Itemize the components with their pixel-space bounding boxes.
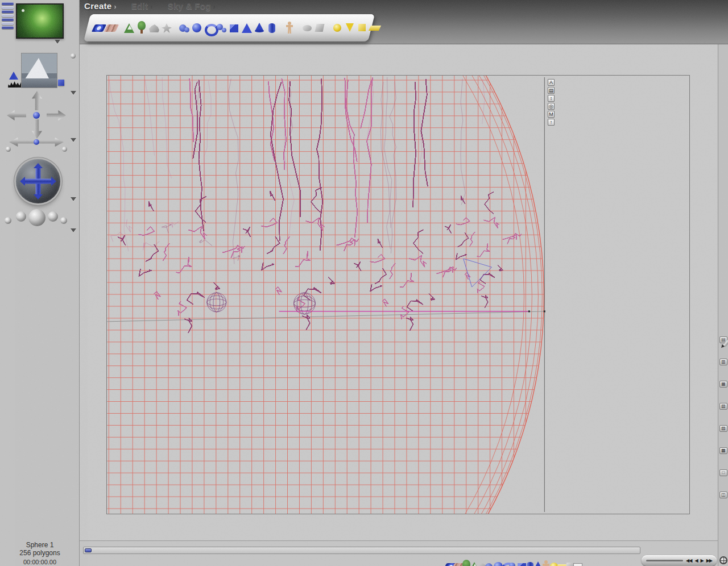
resize-button[interactable]: ↕ [548, 95, 555, 102]
nav-arrow-down-icon[interactable] [32, 119, 42, 139]
preview-mode-bar-1[interactable] [2, 2, 14, 5]
globe-icon[interactable] [719, 556, 727, 564]
mini-water-icon[interactable] [444, 556, 452, 566]
nav-center-ball[interactable] [33, 112, 40, 119]
polygon-count: 256 polygons [0, 549, 80, 557]
preview-sphere-5[interactable] [60, 217, 67, 224]
ground-plane-icon[interactable] [105, 17, 118, 38]
mini-rock-icon[interactable] [476, 556, 483, 566]
layers-tool-icon[interactable]: ▥ [719, 359, 727, 365]
preview-mode-bar-7[interactable] [2, 26, 14, 29]
rewind-button[interactable]: ◀◀ [686, 559, 692, 563]
scene-preview-thumbnail[interactable] [16, 3, 64, 39]
render-region-tool-icon[interactable]: ▧ [719, 403, 727, 410]
right-tool-strip: ▤ ▥ ▦ ▧ ▨ ▩ □ ◫ [718, 44, 728, 566]
step-back-button[interactable]: ◀ [694, 559, 697, 563]
grid-tool-icon[interactable]: ▦ [719, 381, 727, 388]
mini-sphere-icon[interactable] [492, 556, 499, 566]
mini-cube-icon[interactable] [516, 556, 523, 566]
square-spot-light-icon[interactable] [356, 17, 369, 38]
symmetrical-lattice-icon[interactable] [160, 17, 173, 38]
h-scrollbar[interactable] [83, 547, 640, 554]
menu-create[interactable]: Create › [84, 1, 117, 11]
mini-terrain-icon[interactable] [468, 556, 475, 566]
water-plane-icon[interactable] [93, 17, 105, 38]
h-scrollbar-thumb[interactable] [85, 548, 92, 552]
thumbnail-options-triangle[interactable] [55, 40, 60, 44]
preview-mode-bar-5[interactable] [2, 18, 14, 21]
texture-tool-icon[interactable]: ▨ [719, 425, 727, 432]
rotate-button[interactable]: ◎ [548, 103, 555, 110]
terrain-icon[interactable] [123, 17, 135, 38]
multi-sphere-icon[interactable] [216, 17, 228, 38]
nano-edit-pencil-icon[interactable] [719, 338, 728, 350]
wireframe-frame[interactable] [106, 75, 690, 514]
terrain-expander-triangle[interactable] [71, 91, 76, 95]
mini-metaball-icon[interactable] [484, 556, 491, 566]
material-button[interactable]: M [548, 111, 555, 118]
menu-edit[interactable]: Edit › [131, 1, 153, 11]
scene-canvas[interactable] [107, 76, 689, 514]
sphere-icon[interactable] [191, 17, 203, 38]
preview-mode-bar-2[interactable] [2, 6, 14, 9]
camera-trackball[interactable] [16, 159, 60, 203]
terrain-triangle-icon[interactable] [9, 72, 18, 80]
mini-multi-sphere-icon[interactable] [508, 556, 515, 566]
trackball-expander-triangle[interactable] [71, 197, 76, 201]
timeline-slider[interactable] [646, 560, 683, 561]
nav-arrow-left-icon[interactable] [7, 110, 26, 120]
nav-ball-right[interactable] [62, 147, 67, 152]
figure-icon[interactable] [283, 17, 296, 38]
mini-square-2d-icon[interactable] [564, 556, 571, 566]
list-button[interactable]: ▤ [548, 87, 555, 94]
nav-ball-left[interactable] [6, 147, 11, 152]
square-2d-icon[interactable] [313, 17, 326, 38]
spheres-expander-triangle[interactable] [71, 228, 76, 232]
preview-sphere-2[interactable] [16, 211, 26, 222]
torus-icon[interactable] [203, 17, 216, 38]
mini-parallel-light-icon[interactable] [556, 556, 563, 566]
spot-light-icon[interactable] [344, 17, 356, 38]
nav-expander-triangle[interactable] [71, 138, 76, 142]
reposition-button[interactable]: ↑ [548, 119, 555, 126]
disk-2d-icon[interactable] [301, 17, 313, 38]
preview-sphere-1[interactable] [5, 217, 11, 224]
mini-cone-icon[interactable] [532, 556, 539, 566]
radial-light-icon[interactable] [331, 17, 344, 38]
pattern-tool-icon[interactable]: ▩ [719, 447, 727, 454]
trackball-cross-horizontal-icon [25, 179, 51, 184]
cube-icon[interactable] [228, 17, 241, 38]
cylinder-icon[interactable] [266, 17, 278, 38]
tree-icon[interactable] [135, 17, 148, 38]
scene-viewport[interactable] [80, 44, 718, 540]
preview-mode-bar-6[interactable] [2, 22, 14, 25]
pyramid-icon[interactable] [241, 17, 253, 38]
mini-ground-icon[interactable] [452, 556, 460, 566]
preview-sphere-4[interactable] [48, 211, 58, 222]
menu-sky-fog[interactable]: Sky & Fog › [168, 1, 216, 11]
play-button[interactable]: ▶ [701, 559, 704, 563]
mini-grid-icon[interactable] [572, 556, 579, 566]
mini-radial-light-icon[interactable] [548, 556, 555, 566]
terrain-square-icon[interactable] [58, 80, 64, 86]
mini-torus-icon[interactable] [500, 556, 507, 566]
terrain-editor-preview[interactable] [22, 53, 57, 88]
cone-icon[interactable] [253, 17, 266, 38]
step-forward-button[interactable]: ▶▶ [706, 559, 712, 563]
preview-mode-bar-4[interactable] [2, 14, 14, 17]
metaball-icon[interactable] [178, 17, 191, 38]
frame-tool-icon[interactable]: □ [719, 469, 727, 476]
rock-icon[interactable] [148, 17, 160, 38]
preview-mode-bar-3[interactable] [2, 10, 14, 13]
mini-tree-icon[interactable] [460, 556, 468, 566]
preview-sphere-3[interactable] [28, 209, 46, 226]
nav-arrow-right-icon[interactable] [47, 110, 66, 120]
control-ball[interactable] [71, 53, 76, 59]
parallel-light-icon[interactable] [369, 17, 381, 38]
pan-center-ball[interactable] [34, 139, 39, 145]
attributes-button[interactable]: A [548, 79, 555, 86]
mini-cylinder-icon[interactable] [524, 556, 531, 566]
nav-arrow-up-icon[interactable] [32, 91, 42, 110]
mini-figure-icon[interactable] [540, 556, 547, 566]
panel-tool-icon[interactable]: ◫ [719, 492, 727, 498]
